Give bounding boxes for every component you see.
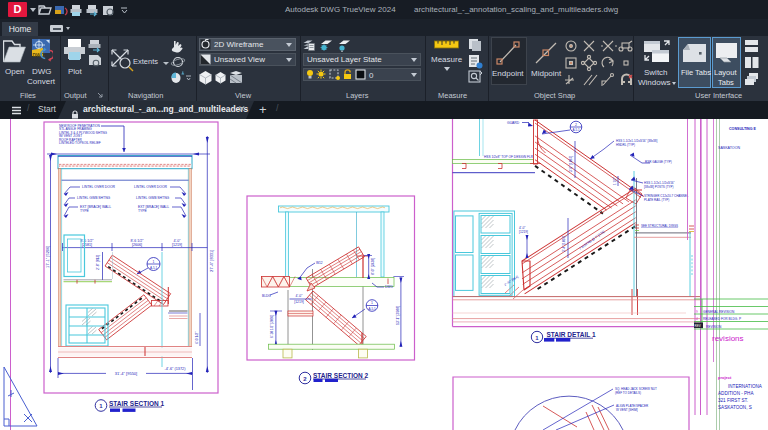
svg-text:LINTEL GWB SHTNG: LINTEL GWB SHTNG <box>77 196 111 200</box>
svg-text:4: 4 <box>696 317 698 321</box>
svg-text:LINTEL GWB SHTNG: LINTEL GWB SHTNG <box>136 196 170 200</box>
svg-text:3'-6" [1067]: 3'-6" [1067] <box>569 156 573 172</box>
svg-text:SASKATOON, S: SASKATOON, S <box>718 405 752 410</box>
svg-text:GUARD: GUARD <box>507 121 520 125</box>
svg-text:8'-0" [2438]: 8'-0" [2438] <box>371 258 375 275</box>
svg-text:[1219]: [1219] <box>519 230 528 234</box>
svg-text:1 1/2": 1 1/2" <box>613 177 617 185</box>
svg-text:TYPE: TYPE <box>138 209 148 213</box>
svg-text:RELEASED FOR BLDG. P: RELEASED FOR BLDG. P <box>703 317 741 321</box>
svg-text:ADDITION - PHA: ADDITION - PHA <box>718 391 754 396</box>
svg-text:A-5.1: A-5.1 <box>368 307 376 311</box>
svg-text:1: 1 <box>371 301 373 305</box>
svg-text:REV: REV <box>695 324 701 328</box>
svg-text:STAIR DETAIL 1: STAIR DETAIL 1 <box>547 331 597 338</box>
svg-text:STAIR SECTION 2: STAIR SECTION 2 <box>313 372 369 379</box>
svg-text:31'-4" [9550]: 31'-4" [9550] <box>115 371 137 376</box>
svg-text:RSR GAUGE (TYP): RSR GAUGE (TYP) <box>645 160 672 164</box>
svg-text:REVISION: REVISION <box>706 325 722 329</box>
svg-text:A-5.1: A-5.1 <box>150 266 158 270</box>
svg-text:W VENT [SHIM]: W VENT [SHIM] <box>616 408 638 412</box>
svg-text:BLDG: BLDG <box>262 294 271 298</box>
svg-text:1: 1 <box>535 335 539 341</box>
svg-text:2: 2 <box>303 376 307 382</box>
svg-text:(REF TO DETAILS): (REF TO DETAILS) <box>615 391 641 395</box>
svg-text:[2606]: [2606] <box>132 243 142 247</box>
svg-text:SEE STRUCTURAL DWGS: SEE STRUCTURAL DWGS <box>641 224 678 228</box>
svg-text:6'-0 1/2": 6'-0 1/2" <box>195 331 199 344</box>
svg-text:321 FIRST ST.: 321 FIRST ST. <box>718 398 748 403</box>
svg-text:17'-1" [5206]: 17'-1" [5206] <box>45 246 50 268</box>
svg-text:2'-10" [864]: 2'-10" [864] <box>503 275 519 287</box>
svg-text:HSS 1/2x8" TOP OF DESIGN FLR: HSS 1/2x8" TOP OF DESIGN FLR <box>484 155 534 159</box>
svg-text:0: 0 <box>369 71 374 80</box>
svg-text:TYPE: TYPE <box>80 209 90 213</box>
svg-text:[1219]: [1219] <box>294 300 303 304</box>
svg-text:STAIR SECTION 1: STAIR SECTION 1 <box>109 400 165 407</box>
svg-text:LINTELED TOPSOIL RELIEF: LINTELED TOPSOIL RELIEF <box>59 141 101 145</box>
svg-text:LINTEL OVER DOOR: LINTEL OVER DOOR <box>82 185 116 189</box>
svg-text:GENERAL REVISION: GENERAL REVISION <box>703 310 735 314</box>
svg-text:INTERNATIONA: INTERNATIONA <box>728 384 763 389</box>
svg-text:-4'-6" (1372): -4'-6" (1372) <box>165 367 187 371</box>
svg-text:[1219]: [1219] <box>172 243 182 247</box>
svg-text:PLATE RAIL (TYP): PLATE RAIL (TYP) <box>644 198 669 202</box>
svg-text:[38x38] POSTS (TYP): [38x38] POSTS (TYP) <box>644 185 674 189</box>
svg-text:LINTEL OVER DOOR: LINTEL OVER DOOR <box>134 185 168 189</box>
svg-text:9: 9 <box>696 310 698 314</box>
svg-text:DWG: DWG <box>385 285 393 289</box>
svg-text:1: 1 <box>99 403 103 409</box>
svg-text:A-5.1: A-5.1 <box>572 128 580 132</box>
svg-text:revisions: revisions <box>712 334 744 343</box>
svg-text:CONSULTING E: CONSULTING E <box>729 127 756 131</box>
svg-text:3'-4" [1016]: 3'-4" [1016] <box>562 236 566 252</box>
svg-text:1: 1 <box>153 260 155 264</box>
svg-text:HNDRL (TYP): HNDRL (TYP) <box>616 143 635 147</box>
svg-text:27'-4" [8331]: 27'-4" [8331] <box>209 250 214 272</box>
svg-text:13'-1" [3988]: 13'-1" [3988] <box>396 306 400 325</box>
svg-text:2'-8" [813]: 2'-8" [813] <box>96 255 100 270</box>
svg-text:[2581]: [2581] <box>82 243 92 247</box>
svg-text:6'-10 1/2" [2096]: 6'-10 1/2" [2096] <box>270 315 274 338</box>
svg-text:SASKATOON: SASKATOON <box>718 146 740 150</box>
svg-text:4'-0": 4'-0" <box>296 294 304 298</box>
svg-text:2: 2 <box>575 123 577 127</box>
svg-text:W12: W12 <box>316 261 323 265</box>
svg-text:project: project <box>718 375 732 380</box>
